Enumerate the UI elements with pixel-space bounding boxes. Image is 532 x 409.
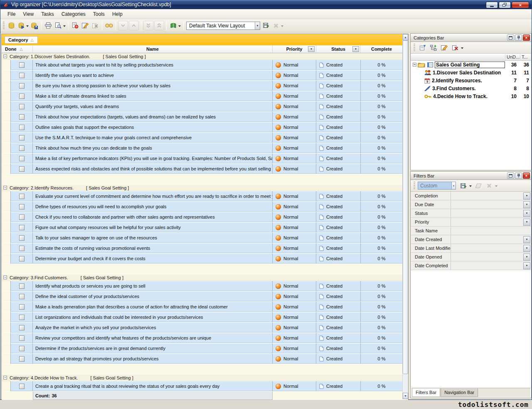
task-row[interactable]: Evaluate your current level of commitmen… [2,191,408,202]
column-header-complete[interactable]: Complete [361,45,402,53]
task-row[interactable]: Think about how much time you can dedica… [2,143,408,153]
task-row[interactable]: Define types of resources you will need … [2,202,408,212]
task-row[interactable]: Think about what targets you want to hit… [2,60,408,70]
collapse-group-icon[interactable]: − [3,54,7,58]
column-header-total[interactable]: T... [520,54,531,59]
filter-dropdown-button[interactable]: ▼ [523,245,530,252]
collapse-group-icon[interactable]: − [3,376,7,379]
task-done-checkbox[interactable] [19,62,25,68]
clear-filter-button[interactable] [473,181,483,190]
task-done-checkbox[interactable] [19,304,25,310]
menu-help[interactable]: Help [108,10,126,18]
move-up-button[interactable] [129,21,139,30]
restore-button[interactable] [499,2,511,8]
task-done-checkbox[interactable] [19,94,25,99]
filter-preset-combobox[interactable]: Custom ▼ [418,182,456,190]
collapse-tree-icon[interactable]: − [413,63,416,67]
task-done-checkbox[interactable] [19,384,25,389]
task-done-checkbox[interactable] [19,256,25,261]
toolbar-grip[interactable] [3,22,5,30]
category-tree-item[interactable]: 3.Find Customers.88 [411,84,531,92]
column-header-status[interactable]: Status ▼ [316,45,361,53]
task-row[interactable]: Think about how your expectations (targe… [2,112,408,122]
filter-dropdown-button[interactable]: ▼ [523,262,530,269]
task-done-checkbox[interactable] [19,283,25,289]
task-done-checkbox[interactable] [19,135,25,140]
task-done-checkbox[interactable] [19,225,25,230]
save-layout-button[interactable] [261,21,271,30]
task-row[interactable]: Check if you need to collaborate and par… [2,212,408,222]
move-down-button[interactable] [118,21,128,30]
filter-dropdown-button[interactable]: ▼ [523,192,530,200]
scroll-down-button[interactable]: ▼ [403,393,408,399]
status-filter-button[interactable]: ▼ [352,46,359,52]
group-by-category-chip[interactable]: Category △ [5,36,38,44]
new-task-button[interactable] [70,21,80,30]
task-row[interactable]: Use the S.M.A.R.T. technique to make you… [2,133,408,143]
task-row[interactable]: Make a list of ultimate dreams linked to… [2,91,408,101]
scrollbar-thumb[interactable] [403,40,408,374]
move-to-top-button[interactable] [154,21,164,30]
task-done-checkbox[interactable] [19,194,25,199]
delete-category-button[interactable] [450,43,460,52]
menu-categories[interactable]: Categories [58,10,89,18]
category-tree-item[interactable]: 4.Decide How to Track.1010 [411,92,531,100]
task-row[interactable]: Define the ideal customer of your produc… [2,291,408,302]
task-done-checkbox[interactable] [19,346,25,351]
add-category-button[interactable] [418,43,428,52]
task-row[interactable]: Determine your budget and check if it co… [2,254,408,264]
collapse-group-icon[interactable]: − [3,276,7,279]
task-row[interactable]: List organizations and individuals that … [2,312,408,323]
task-row[interactable]: Identify the values you want to achieveN… [2,70,408,81]
vertical-scrollbar[interactable]: ▲ ▼ [402,34,408,399]
menu-view[interactable]: View [19,10,37,18]
menu-tasks[interactable]: Tasks [37,10,58,18]
filter-dropdown-button[interactable]: ▼ [523,210,530,217]
filter-value-field[interactable] [451,235,523,244]
layout-combobox[interactable]: Default Task View Layout ▼ [186,22,260,30]
task-done-checkbox[interactable] [19,246,25,251]
close-button[interactable]: × [512,2,529,8]
filter-value-field[interactable] [451,192,523,200]
task-row[interactable]: Quantify your targets, values and dreams… [2,101,408,112]
task-row[interactable]: Be sure you have a strong passion to ach… [2,81,408,91]
panel-pin-button[interactable] [515,34,522,41]
open-database-caret-icon[interactable] [26,25,29,28]
delete-layout-button[interactable] [271,21,281,30]
tab-filters-bar[interactable]: Filters Bar [412,389,440,397]
task-done-checkbox[interactable] [19,235,25,241]
task-row[interactable]: Figure out what company resources will b… [2,222,408,233]
filter-value-field[interactable] [451,261,523,270]
task-row[interactable]: Assess expected risks and obstacles and … [2,164,408,174]
task-done-checkbox[interactable] [19,214,25,220]
task-done-checkbox[interactable] [19,166,25,172]
column-header-done[interactable]: Done △ [2,45,33,53]
task-done-checkbox[interactable] [19,356,25,362]
print-preview-button[interactable] [53,21,63,30]
filter-value-field[interactable] [451,209,523,217]
print-preview-caret-icon[interactable] [63,25,66,28]
task-done-checkbox[interactable] [19,125,25,130]
filter-dropdown-button[interactable]: ▼ [523,236,530,243]
task-done-checkbox[interactable] [19,294,25,299]
task-done-checkbox[interactable] [19,83,25,89]
task-row[interactable]: Analyze the market in which you sell you… [2,323,408,333]
scroll-up-button[interactable]: ▲ [403,34,408,40]
panel-close-button[interactable]: × [523,34,530,41]
filter-value-field[interactable] [451,244,523,252]
category-tree-item[interactable]: 52.Identify Resources.77 [411,76,531,84]
categories-toolbar-caret-icon[interactable] [461,47,463,50]
delete-task-button[interactable] [90,21,100,30]
filter-value-field[interactable] [451,200,523,209]
task-done-checkbox[interactable] [19,114,25,120]
menu-tools[interactable]: Tools [89,10,108,18]
panel-restore-button[interactable] [507,172,514,179]
column-header-priority[interactable]: Priority ▼ [273,45,316,53]
filters-toolbar-caret-icon[interactable] [495,185,498,188]
task-done-checkbox[interactable] [19,325,25,330]
tab-navigation-bar[interactable]: Navigation Bar [441,389,478,397]
task-row[interactable]: Review your competitors and identify wha… [2,333,408,343]
open-database-button[interactable] [16,21,26,30]
notes-caret-icon[interactable] [178,25,181,28]
edit-category-button[interactable] [439,43,449,52]
